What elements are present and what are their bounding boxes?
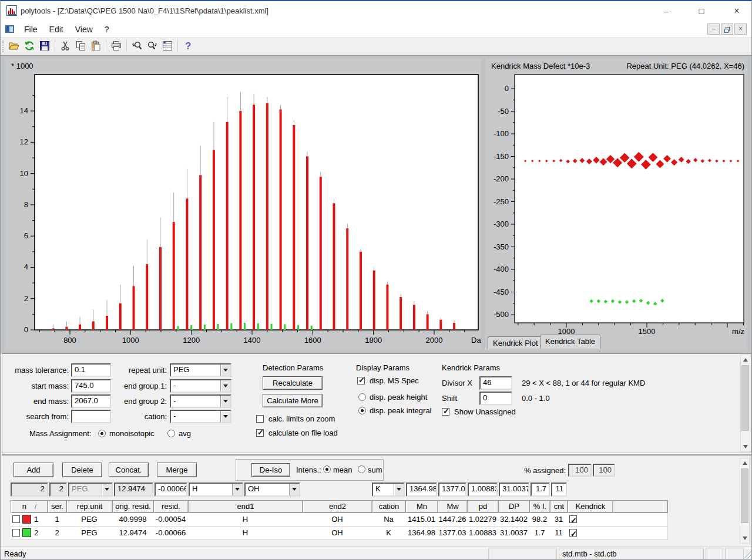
col-header-dp[interactable]: DP: [498, 500, 530, 513]
mdi-document-icon[interactable]: [5, 25, 14, 33]
menu-help[interactable]: ?: [99, 22, 115, 37]
intens-mean-radio[interactable]: [323, 465, 331, 473]
tab-kendrick-table[interactable]: Kendrick Table: [540, 335, 600, 349]
menu-edit[interactable]: Edit: [43, 22, 69, 37]
col-header-pd[interactable]: pd: [467, 500, 499, 513]
col-header-n[interactable]: n/: [11, 500, 48, 513]
zoom-forward-icon[interactable]: [145, 39, 159, 53]
edit-mn-input[interactable]: 1364.98: [406, 483, 437, 497]
table-cell: 11: [550, 527, 568, 540]
cut-icon[interactable]: [58, 39, 72, 53]
col-header-mw[interactable]: Mw: [438, 500, 468, 513]
intens-sum-radio[interactable]: [358, 465, 365, 473]
col-header-kendrick[interactable]: Kendrick: [568, 500, 613, 513]
col-header-orig-resid-[interactable]: orig. resid.: [112, 500, 154, 513]
start-mass-input[interactable]: 745.0: [71, 379, 111, 393]
col-header-ser-[interactable]: ser.: [48, 500, 67, 513]
save-icon[interactable]: [38, 39, 52, 53]
calc-limits-checkbox[interactable]: [256, 415, 264, 423]
mass-spectrum-plot[interactable]: * 10000246810121480010001200140016001800…: [5, 59, 481, 350]
add-button[interactable]: Add: [14, 463, 53, 477]
calc-on-load-checkbox[interactable]: [256, 429, 264, 437]
deiso-button[interactable]: De-Iso: [251, 463, 290, 477]
col-header-end2[interactable]: end2: [303, 500, 372, 513]
copy-icon[interactable]: [73, 39, 88, 53]
table-scrollbar[interactable]: [740, 458, 750, 544]
edit-pct-input[interactable]: 1.7: [531, 483, 550, 497]
col-header--i-[interactable]: % I.: [529, 500, 550, 513]
end-group1-select[interactable]: -: [170, 379, 231, 393]
recalculate-button[interactable]: Recalculate: [263, 376, 323, 390]
kendrick-mass-defect-plot[interactable]: 0-50-100-150-200-250-300-350-400-450-500…: [485, 59, 747, 335]
kendrick-checkbox[interactable]: [569, 529, 577, 537]
mass-tolerance-input[interactable]: 0.1: [71, 363, 111, 377]
concat-button[interactable]: Concat.: [109, 463, 149, 477]
edit-mw-input[interactable]: 1377.03: [438, 483, 466, 497]
end-group1-label: end group 1:: [114, 382, 167, 390]
delete-button[interactable]: Delete: [62, 463, 102, 477]
calc-limits-label: calc. limits on zoom: [268, 414, 335, 423]
end-mass-input[interactable]: 2067.0: [71, 394, 111, 408]
search-from-input[interactable]: [71, 410, 111, 423]
shift-input[interactable]: 0: [479, 392, 512, 405]
menu-view[interactable]: View: [69, 22, 99, 37]
calculate-more-button[interactable]: Calculate More: [263, 394, 323, 407]
mdi-minimize-button[interactable]: –: [707, 23, 720, 35]
table-cell: PEG: [66, 513, 113, 527]
refresh-icon[interactable]: [22, 39, 36, 53]
col-header-mn[interactable]: Mn: [405, 500, 438, 513]
edit-orig-resid-input[interactable]: 12.9474: [114, 483, 153, 497]
peaklist-icon[interactable]: [160, 39, 174, 53]
cation-select[interactable]: -: [170, 410, 231, 423]
zoom-back-icon[interactable]: [130, 39, 144, 53]
edit-end2-select[interactable]: OH: [244, 483, 300, 497]
status-panel-3: [725, 548, 744, 560]
col-header-blank[interactable]: [613, 500, 668, 513]
table-cell: OH: [303, 527, 372, 540]
help-icon[interactable]: ?: [181, 39, 195, 53]
edit-pd-input[interactable]: 1.00883: [468, 483, 498, 497]
col-header-cation[interactable]: cation: [372, 500, 406, 513]
open-icon[interactable]: [7, 39, 21, 53]
edit-dp-input[interactable]: 31.0037: [499, 483, 529, 497]
print-icon[interactable]: [109, 39, 123, 53]
merge-button[interactable]: Merge: [157, 463, 197, 477]
col-header-cnt[interactable]: cnt: [550, 500, 568, 513]
chevron-down-icon: [394, 484, 404, 495]
repeat-unit-select[interactable]: PEG: [170, 363, 231, 377]
row-checkbox[interactable]: [12, 515, 20, 523]
menu-file[interactable]: File: [18, 22, 43, 37]
mdi-restore-button[interactable]: [721, 23, 733, 35]
edit-rep-unit-select[interactable]: PEG: [68, 483, 113, 497]
edit-end1-select[interactable]: H: [189, 483, 243, 497]
col-header-end1[interactable]: end1: [188, 500, 303, 513]
minimize-button[interactable]: –: [657, 5, 675, 18]
kendrick-checkbox[interactable]: [569, 515, 577, 523]
avg-radio[interactable]: [167, 430, 175, 437]
edit-ser-input[interactable]: 2: [49, 483, 67, 497]
toolbar-grip[interactable]: [2, 41, 4, 52]
tab-kendrick-plot[interactable]: Kendrick Plot: [488, 336, 543, 349]
edit-cation-select[interactable]: K: [372, 483, 405, 497]
resize-grip-icon[interactable]: [743, 550, 751, 558]
edit-cnt-input[interactable]: 11: [551, 483, 567, 497]
maximize-button[interactable]: □: [693, 5, 710, 18]
disp-peak-height-radio[interactable]: [358, 393, 366, 401]
col-header-rep-unit[interactable]: rep.unit: [66, 500, 113, 513]
col-header-resid-[interactable]: resid.: [153, 500, 189, 513]
params-scrollbar[interactable]: [740, 355, 750, 452]
repeat-unit-label: repeat unit:: [114, 366, 167, 375]
divisor-input[interactable]: 46: [479, 376, 512, 390]
paste-icon[interactable]: [89, 39, 103, 53]
mdi-close-button[interactable]: ×: [734, 23, 747, 35]
disp-peak-integral-radio[interactable]: [358, 407, 366, 414]
edit-n-input[interactable]: 2: [11, 483, 48, 497]
edit-resid-input[interactable]: -0.00066: [155, 483, 187, 497]
monoisotopic-radio[interactable]: [98, 430, 106, 437]
show-unassigned-checkbox[interactable]: [442, 408, 449, 416]
close-button[interactable]: ×: [728, 5, 746, 18]
disp-ms-spec-checkbox[interactable]: [357, 377, 365, 384]
end-group2-select[interactable]: -: [170, 394, 231, 408]
row-checkbox[interactable]: [12, 529, 20, 537]
titlebar[interactable]: polytools - [Z:\Data\QC\PEG 1500 Na\0_F4…: [1, 1, 751, 21]
